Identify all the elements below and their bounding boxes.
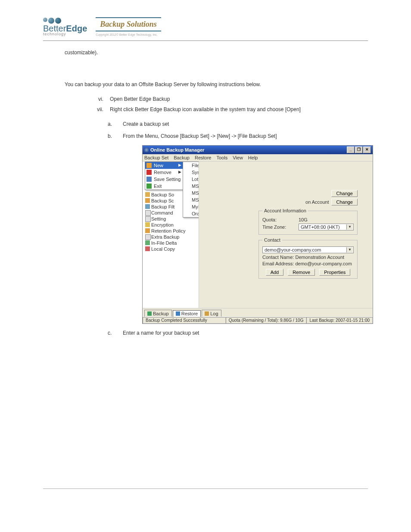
extra-icon (145, 234, 151, 240)
status-message: Backup Completed Successfully (143, 317, 226, 324)
status-last-backup: Last Backup: 2007-01-15 21:00 (306, 317, 373, 324)
fieldset-legend: Contact (262, 237, 282, 243)
submenu-ms-exchange-mail[interactable]: MS Exchange Mail Level Backup Set (183, 190, 199, 196)
tree-item[interactable]: Encryption (144, 222, 199, 228)
page-header: BetterEdge technology Backup Solutions C… (43, 17, 368, 41)
tree-panel: New ▶ Remove ▶ Save Setting (143, 162, 199, 308)
menu-help[interactable]: Help (248, 155, 258, 160)
submenu-mysql[interactable]: MySQL Backup Set (183, 203, 199, 210)
menu-backup-set[interactable]: Backup Set (144, 155, 168, 160)
change-button[interactable]: Change (331, 190, 358, 197)
on-account-label: on Account (305, 199, 329, 205)
change-button[interactable]: Change (331, 199, 358, 205)
status-bar: Backup Completed Successfully Quota (Rem… (143, 317, 373, 324)
retention-icon (145, 228, 150, 233)
backup-tab-icon (147, 311, 152, 316)
contact-select[interactable]: demo@your-company.com▼ (262, 246, 354, 253)
email-value: demo@your-company.com (295, 261, 352, 266)
menubar: Backup Set Backup Restore Tools View Hel… (143, 154, 373, 162)
tabs-bar: Backup Restore Log (143, 308, 373, 317)
submenu-file-backup-set[interactable]: File Backup Set (183, 162, 199, 169)
remove-icon (146, 170, 152, 175)
submenu-ms-sql[interactable]: MS SQL Server Backup Set (183, 196, 199, 203)
document-content: customizable). You can backup your data … (43, 50, 368, 336)
menu-item-new[interactable]: New ▶ (145, 162, 183, 169)
menu-item-exit[interactable]: Exit (145, 183, 183, 190)
timezone-label: Time Zone: (262, 224, 296, 230)
menu-view[interactable]: View (233, 155, 243, 160)
contact-name-value: Demonstration Account (295, 255, 344, 260)
alpha-list: a.Create a backup set b.From the Menu, C… (65, 121, 368, 139)
menu-backup[interactable]: Backup (174, 155, 190, 160)
paragraph: You can backup your data to an Offsite B… (65, 81, 368, 87)
app-window: Online Backup Manager _ ❐ ✕ Backup Set B… (142, 145, 373, 324)
restore-tab-icon (176, 311, 180, 316)
backup-set-dropdown: New ▶ Remove ▶ Save Setting (145, 162, 184, 190)
tree-item[interactable]: Local Copy (144, 246, 199, 252)
timezone-select[interactable]: GMT+08:00 (HKT)▼ (299, 224, 354, 230)
submenu-ms-exchange[interactable]: MS Exchange Backup Set (183, 183, 199, 190)
contact-name-label: Contact Name: (262, 255, 294, 260)
submenu-lotus[interactable]: Lotus Backup Set (183, 176, 199, 183)
logo-ball-icon (55, 18, 61, 24)
tree-item[interactable]: Extra Backup (144, 234, 199, 240)
list-item: b.From the Menu, Choose [Backup Set] -> … (108, 133, 368, 139)
backup-solutions-label: Backup Solutions (96, 17, 161, 31)
dropdown-arrow-icon: ▼ (346, 224, 353, 230)
list-item: a.Create a backup set (108, 121, 368, 127)
log-tab-icon (205, 311, 209, 316)
exit-icon (146, 184, 152, 189)
submenu-oracle[interactable]: Oracle Database Backup Set (183, 210, 199, 217)
right-panel: Change on AccountChange Account Informat… (199, 162, 373, 308)
account-info-fieldset: Account Information Quota:10G Time Zone:… (258, 208, 358, 235)
folder-icon (145, 192, 150, 197)
submenu-arrow-icon: ▶ (178, 170, 181, 174)
maximize-button[interactable]: ❐ (355, 146, 363, 153)
dropdown-arrow-icon: ▼ (346, 247, 353, 252)
float-panel: Change on AccountChange Account Informat… (258, 188, 358, 281)
contact-fieldset: Contact demo@your-company.com▼ Contact N… (258, 237, 358, 279)
paragraph: customizable). (65, 50, 368, 56)
tree-item[interactable]: Retention Policy (144, 228, 199, 234)
main-area: New ▶ Remove ▶ Save Setting (143, 162, 373, 308)
new-icon (146, 163, 152, 168)
alpha-list-cont: c.Enter a name for your backup set (65, 330, 368, 336)
new-submenu: File Backup Set System State Backup Set … (183, 162, 199, 218)
command-icon (145, 210, 151, 216)
logo-ball-icon (43, 18, 47, 22)
submenu-arrow-icon: ▶ (178, 163, 181, 167)
logo-text-edge: Edge (66, 24, 87, 33)
lock-icon (145, 222, 150, 227)
logo-ball-icon (48, 18, 54, 24)
submenu-system-state[interactable]: System State Backup Set (183, 169, 199, 176)
add-button[interactable]: Add (266, 269, 284, 276)
app-icon (144, 148, 149, 152)
delta-icon (145, 240, 150, 245)
tab-log[interactable]: Log (202, 310, 221, 317)
fieldset-legend: Account Information (262, 208, 308, 213)
menu-tools[interactable]: Tools (217, 155, 228, 160)
menu-item-remove[interactable]: Remove ▶ (145, 169, 183, 176)
schedule-icon (145, 198, 150, 203)
tab-restore[interactable]: Restore (173, 310, 201, 317)
list-item: vii.Right click Better Edge Backup icon … (90, 106, 368, 112)
remove-button[interactable]: Remove (288, 269, 315, 276)
copyright-text: Copyright 2012© Better Edge Technology, … (96, 33, 161, 36)
betteredge-logo: BetterEdge technology (43, 18, 87, 36)
local-copy-icon (145, 246, 150, 251)
minimize-button[interactable]: _ (347, 146, 355, 153)
properties-button[interactable]: Properties (319, 269, 350, 276)
tab-backup[interactable]: Backup (144, 310, 172, 317)
quota-label: Quota: (262, 217, 296, 222)
save-icon (146, 177, 152, 182)
backup-solutions-block: Backup Solutions Copyright 2012© Better … (96, 17, 161, 36)
menu-item-save-setting[interactable]: Save Setting (145, 176, 183, 183)
email-label: Email Address: (262, 261, 294, 266)
tree-item[interactable]: In-File Delta (144, 240, 199, 246)
status-quota: Quota (Remaining / Total): 9.86G / 10G (226, 317, 307, 324)
roman-list: vi.Open Better Edge Backup vii.Right cli… (65, 96, 368, 112)
close-button[interactable]: ✕ (363, 146, 371, 153)
menu-restore[interactable]: Restore (195, 155, 212, 160)
filter-icon (145, 204, 150, 209)
setting-icon (145, 216, 151, 222)
